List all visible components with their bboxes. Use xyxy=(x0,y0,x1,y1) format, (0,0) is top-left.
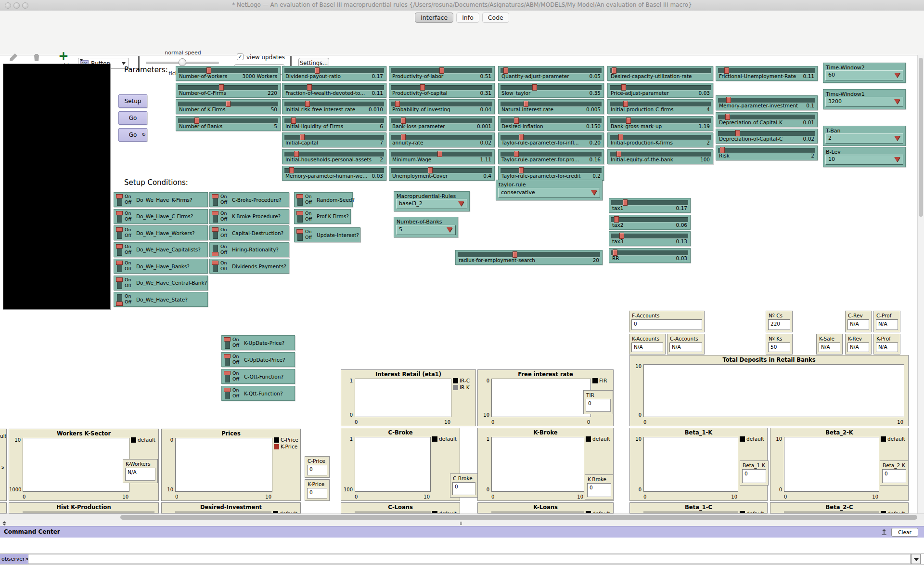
switch-knob[interactable] xyxy=(224,354,231,358)
slider-natural-interest-rate[interactable]: Natural-interest-rate0.005 xyxy=(498,99,604,114)
tab-code[interactable]: Code xyxy=(482,13,509,23)
switch-track[interactable] xyxy=(297,230,303,241)
switch-do-we-have-central-bank-[interactable]: OnOffDo_We_Have_Central-Bank? xyxy=(114,276,208,290)
switch-do-we-have-workers-[interactable]: OnOffDo_We_Have_Workers? xyxy=(114,225,208,240)
switch-track[interactable] xyxy=(117,245,122,256)
horizontal-scrollbar-thumb[interactable] xyxy=(120,515,917,520)
switch-prof-k-firms-[interactable]: OnOffProf-K-Firms? xyxy=(294,209,351,224)
switch-dividends-payments-[interactable]: OnOffDividends-Payments? xyxy=(209,259,289,274)
slider-desired-capacity-utilization-rate[interactable]: Desired-capacity-utilization-rate xyxy=(607,66,713,81)
switch-do-we-have-state-[interactable]: OnOffDo_We_Have_State? xyxy=(114,292,208,307)
world-view[interactable] xyxy=(3,64,111,310)
switch-knob[interactable] xyxy=(296,211,303,215)
switch-k-broke-procedure-[interactable]: OnOffK-Broke-Procedure? xyxy=(209,209,289,224)
chooser-select[interactable]: 2 xyxy=(825,133,903,144)
switch-knob[interactable] xyxy=(212,252,218,256)
command-input[interactable] xyxy=(28,554,911,564)
switch-knob[interactable] xyxy=(116,211,123,215)
slider-rr[interactable]: RR0.03 xyxy=(609,248,691,263)
switch-do-we-have-capitalists-[interactable]: OnOffDo_We_Have_Capitalists? xyxy=(114,242,208,257)
clear-button[interactable]: Clear xyxy=(891,528,918,537)
slider-quantity-adjust-parameter[interactable]: Quantity-adjust-parameter0.05 xyxy=(498,66,604,81)
horizontal-scrollbar[interactable] xyxy=(0,513,924,520)
chooser-select[interactable]: 10 xyxy=(825,155,903,165)
switch-track[interactable] xyxy=(225,338,230,349)
switch-knob[interactable] xyxy=(224,371,231,375)
slider-number-of-banks[interactable]: Number-of-Banks5 xyxy=(176,116,281,131)
switch-track[interactable] xyxy=(225,355,230,366)
slider-annuity-rate[interactable]: annuity-rate0.02 xyxy=(389,132,495,147)
tab-interface[interactable]: Interface xyxy=(415,13,453,23)
switch-do-we-have-banks-[interactable]: OnOffDo_We_Have_Banks? xyxy=(114,259,208,274)
switch-hiring-rationality-[interactable]: OnOffHiring-Rationality? xyxy=(209,242,289,257)
slider-initial-production-c-firms[interactable]: Initial-production-C-firms4 xyxy=(607,99,713,114)
slider-initial-risk-free-interest-rate[interactable]: Initial-risk-free-interest-rate0.010 xyxy=(282,99,386,114)
slider-unemployment-cover[interactable]: Unemployment-Cover0.4 xyxy=(389,166,495,181)
switch-track[interactable] xyxy=(213,245,218,256)
switch-track[interactable] xyxy=(225,371,230,382)
switch-track[interactable] xyxy=(117,278,122,289)
command-center-splitter[interactable] xyxy=(0,520,924,526)
slider-fraction-of-wealth-devoted-to-[interactable]: Fraction-of-wealth-devoted-to...0.11 xyxy=(282,83,386,98)
slider-handle[interactable] xyxy=(532,84,537,91)
switch-do-we-have-k-firms-[interactable]: OnOffDo_We_Have_K-Firms? xyxy=(114,192,208,207)
splitter-handle[interactable] xyxy=(460,522,462,525)
switch-knob[interactable] xyxy=(296,229,303,234)
switch-knob[interactable] xyxy=(224,337,231,342)
slider-probability-of-investing[interactable]: Probability-of-investing0.04 xyxy=(389,99,495,114)
slider-price-adjust-parameter[interactable]: Price-adjust-parameter0.03 xyxy=(607,83,713,98)
speed-slider-handle[interactable] xyxy=(179,58,186,66)
slider-track[interactable] xyxy=(718,148,815,153)
switch-knob[interactable] xyxy=(116,194,123,198)
switch-capital-destruction-[interactable]: OnOffCapital-Destruction? xyxy=(209,225,289,240)
chooser-select[interactable]: conservative xyxy=(498,188,600,198)
switch-track[interactable] xyxy=(117,211,122,223)
switch-knob[interactable] xyxy=(296,194,303,198)
slider-memory-parameter-human-we-[interactable]: Memory-parameter-human-we...0.03 xyxy=(282,166,386,181)
chooser-select[interactable]: 3200 xyxy=(825,97,903,107)
export-icon[interactable] xyxy=(881,528,888,536)
slider-tax1[interactable]: tax10.17 xyxy=(609,198,691,213)
slider-depreciation-of-capital-k[interactable]: Depreciation-of-Capital-K0.01 xyxy=(716,112,818,127)
slider-taylor-rule-parameter-for-credit[interactable]: Taylor-rule-parameter-for-credit0.2 xyxy=(498,166,604,181)
command-target-dropdown[interactable] xyxy=(911,554,921,564)
switch-k-qtt-function-[interactable]: OnOffK-Qtt-Function? xyxy=(221,386,295,401)
switch-knob[interactable] xyxy=(116,302,123,306)
switch-knob[interactable] xyxy=(212,194,218,198)
switch-track[interactable] xyxy=(213,195,218,206)
switch-c-update-price-[interactable]: OnOffC-UpDate-Price? xyxy=(221,352,295,367)
slider-slow-taylor[interactable]: Slow_taylor0.35 xyxy=(498,83,604,98)
tab-info[interactable]: Info xyxy=(456,13,479,23)
slider-depreciation-of-capital-c[interactable]: Depreciation-of-Capital-C0.02 xyxy=(716,129,818,144)
slider-number-of-k-firms[interactable]: Number-of-K-Firms50 xyxy=(176,99,281,114)
slider-initial-liquidity-of-firms[interactable]: Initial-liquidity-of-Firms6 xyxy=(282,116,386,131)
switch-knob[interactable] xyxy=(224,388,231,392)
slider-productivity-of-labor[interactable]: Productivity-of-labor0.51 xyxy=(389,66,495,81)
switch-track[interactable] xyxy=(117,228,122,239)
switch-track[interactable] xyxy=(117,261,122,272)
switch-k-update-price-[interactable]: OnOffK-UpDate-Price? xyxy=(221,335,295,350)
slider-number-of-c-firms[interactable]: Number-of-C-Firms220 xyxy=(176,83,281,98)
switch-do-we-have-c-firms-[interactable]: OnOffDo_We_Have_C-Firms? xyxy=(114,209,208,224)
slider-taylor-rule-parameter-for-infl-[interactable]: Taylor-rule-parameter-for-infl...0.20 xyxy=(498,132,604,147)
view-updates-checkbox[interactable]: ✓ xyxy=(237,53,244,60)
slider-tax3[interactable]: tax30.13 xyxy=(609,231,691,246)
switch-update-interest-[interactable]: OnOffUpdate-Interest? xyxy=(294,227,360,242)
setup-button[interactable]: Setup xyxy=(118,94,147,108)
switch-c-broke-procedure-[interactable]: OnOffC-Broke-Procedure? xyxy=(209,192,289,207)
switch-knob[interactable] xyxy=(212,261,218,265)
switch-track[interactable] xyxy=(297,211,303,223)
switch-track[interactable] xyxy=(117,195,122,206)
switch-track[interactable] xyxy=(213,211,218,223)
switch-knob[interactable] xyxy=(116,244,123,249)
slider-risk[interactable]: Risk2 xyxy=(716,145,818,160)
go-forever-button[interactable]: Go ↻ xyxy=(118,128,147,142)
switch-track[interactable] xyxy=(297,195,303,206)
slider-number-of-workers[interactable]: Number-of-workers3000 Workers xyxy=(176,66,281,81)
splitter-arrows-icon[interactable] xyxy=(2,521,7,526)
slider-handle[interactable] xyxy=(437,151,442,157)
switch-knob[interactable] xyxy=(212,227,218,232)
slider-dividend-payout-ratio[interactable]: Dividend-payout-ratio0.17 xyxy=(282,66,386,81)
slider-radius-for-employment-search[interactable]: radius-for-employment-search20 xyxy=(455,250,603,265)
switch-track[interactable] xyxy=(213,228,218,239)
